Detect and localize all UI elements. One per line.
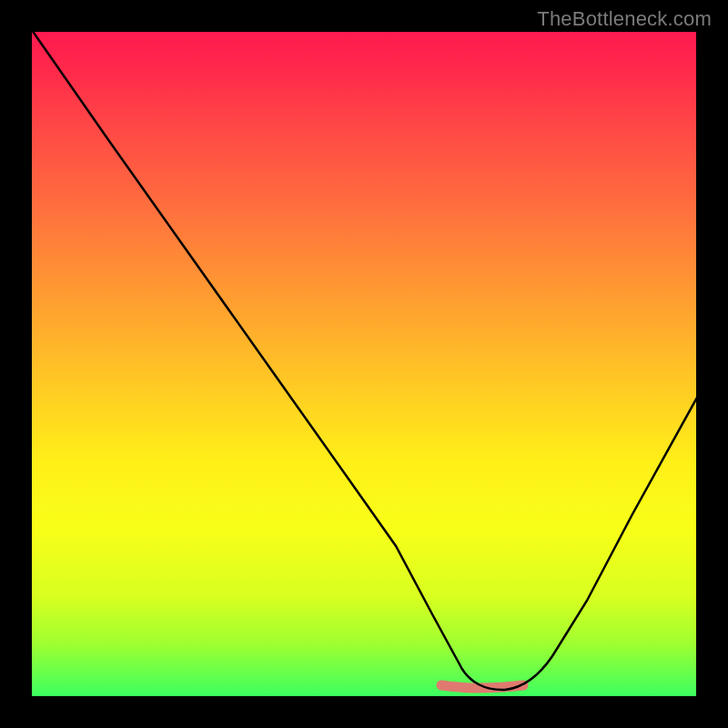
bottleneck-curve bbox=[32, 32, 696, 690]
curve-layer bbox=[32, 32, 696, 696]
watermark-text: TheBottleneck.com bbox=[537, 7, 712, 31]
chart-frame: TheBottleneck.com bbox=[0, 0, 728, 728]
plot-area bbox=[32, 32, 696, 696]
